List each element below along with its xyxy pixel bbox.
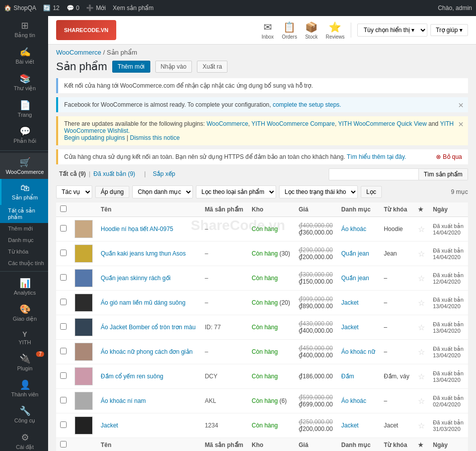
dismiss-notice-link[interactable]: Dismiss this notice [130,134,179,141]
product-name[interactable]: Quần jean skinny rách gối [101,275,170,282]
search-input[interactable] [329,168,419,180]
woocommerce-update-link[interactable]: WooCommerce [206,120,248,127]
select-all-checkbox[interactable] [60,205,67,212]
adminbar-view-product[interactable]: Xem sản phẩm [113,5,153,12]
category-link[interactable]: Quần jean [341,250,369,257]
sidebar-item-tools[interactable]: 🔧 Công cụ [0,401,48,428]
stock-btn[interactable]: 📦 Stock [305,21,318,40]
action-select[interactable]: Tác vụ Sửa Xóa [56,185,92,198]
sidebar-label: WooCommerce [6,169,44,175]
sidebar-item-comments[interactable]: 💬 Phản hồi [0,122,48,148]
orders-btn[interactable]: 📋 Orders [282,21,297,40]
product-name[interactable]: Đầm cổ yếm ren suông [101,373,163,380]
inbox-btn[interactable]: ✉ Inbox [262,21,274,40]
stock-select[interactable]: Lọc theo trạng thái kho [279,185,358,198]
product-name[interactable]: Áo gió nam liền mũ dáng suông [101,299,185,306]
th-img [71,202,97,217]
yith-compare-link[interactable]: YITH WooCommerce Compare [252,120,335,127]
sidebar-submenu-tags[interactable]: Từ khóa [0,246,48,258]
row-checkbox[interactable] [60,225,67,232]
sidebar-submenu-categories[interactable]: Danh mục [0,235,48,246]
category-link[interactable]: Áo khoác [341,397,366,404]
tf-sku: Mã sản phẩm [201,438,248,452]
row-checkbox[interactable] [60,421,67,428]
row-checkbox[interactable] [60,299,67,305]
sidebar-item-woocommerce[interactable]: 🛒 WooCommerce [0,153,48,179]
adminbar-new[interactable]: ➕ Mới [86,5,106,12]
sidebar-item-dashboard[interactable]: ⊞ Bảng tin [0,16,48,43]
add-product-button[interactable]: Thêm mới [112,61,150,73]
adminbar-updates[interactable]: 🔄 12 [43,5,59,12]
product-name[interactable]: Jacket [101,422,118,429]
sidebar-submenu-add-product[interactable]: Thêm mới [0,223,48,235]
adminbar-site[interactable]: 🏠 ShopQA [4,5,36,12]
sidebar-item-appearance[interactable]: 🎨 Giao diện [0,300,48,326]
sidebar-item-media[interactable]: 📚 Thư viện [0,69,48,96]
category-link[interactable]: Áo khoác nữ [341,348,375,355]
star-icon[interactable]: ☆ [418,348,425,356]
https-dismiss-btn[interactable]: ⊗ Bỏ qua [436,153,462,160]
product-sku: ID: 77 [201,315,248,340]
product-name[interactable]: Quần kaki jeans lưng thun Asos [101,250,186,257]
product-name[interactable]: Áo Jacket Bomber cổ tròn trơn màu [101,324,195,331]
https-learn-link[interactable]: Tìm hiểu thêm tại đây. [347,153,406,160]
sort-link[interactable]: Sắp xếp [150,169,178,178]
search-button[interactable]: Tìm sản phẩm [419,168,468,180]
category-link[interactable]: Quần jean [341,275,369,282]
category-link[interactable]: Áo khoác [341,225,366,233]
export-button[interactable]: Xuất ra [197,61,227,73]
sidebar-submenu-attributes[interactable]: Các thuộc tính [0,258,48,269]
sidebar-item-pages[interactable]: 📄 Trang [0,96,48,122]
star-icon[interactable]: ☆ [418,225,425,234]
sidebar-item-yith[interactable]: Y YITH [0,326,48,349]
star-icon[interactable]: ☆ [418,372,425,381]
filter-tab-published[interactable]: Đã xuất bản (9) [90,169,138,178]
display-options-dropdown[interactable]: Tùy chọn hiển thị ▾ [357,24,427,37]
star-icon[interactable]: ☆ [418,274,425,283]
fb-setup-link[interactable]: complete the setup steps. [273,101,341,108]
product-image [75,294,93,312]
product-price: ₫300,000.00₫150,000.00 [295,266,337,291]
help-button[interactable]: Trợ giúp ▾ [430,24,468,36]
type-select[interactable]: Lọc theo loại sản phẩm [196,185,276,198]
reviews-btn[interactable]: ⭐ Reviews [326,21,345,40]
star-icon[interactable]: ☆ [418,397,425,405]
category-select[interactable]: Chọn danh mục [132,185,193,198]
sidebar-item-settings[interactable]: ⚙ Cài đặt [0,428,48,451]
row-checkbox[interactable] [60,348,67,354]
sidebar-item-plugins[interactable]: 🔌 Plugin 7 [0,349,48,375]
category-link[interactable]: Jacket [341,422,359,429]
filter-button[interactable]: Lọc [361,186,382,198]
tf-star: ★ [414,438,429,452]
breadcrumb-parent[interactable]: WooCommerce [56,49,101,56]
apply-action-button[interactable]: Áp dụng [95,186,129,198]
adminbar-comments[interactable]: 💬 0 [67,5,80,12]
row-checkbox[interactable] [60,250,67,256]
sidebar-item-users[interactable]: 👤 Thành viên [0,375,48,401]
row-checkbox[interactable] [60,274,67,281]
star-icon[interactable]: ☆ [418,323,425,332]
category-link[interactable]: Đầm [341,373,354,380]
category-link[interactable]: Jacket [341,324,359,331]
filter-tab-all[interactable]: Tất cả (9) [56,169,89,178]
row-checkbox[interactable] [60,397,67,403]
star-icon[interactable]: ☆ [418,299,425,307]
sidebar-item-analytics[interactable]: 📊 Analytics [0,274,48,300]
product-name[interactable]: Hoodie ní họa tiết AN-0975 [101,225,173,233]
product-name[interactable]: Áo khoác ní nam [101,397,146,404]
category-link[interactable]: Jacket [341,299,359,306]
star-icon[interactable]: ☆ [418,421,425,430]
yith-quickview-link[interactable]: YITH WooCommerce Quick View [338,120,427,127]
select-all-bottom-checkbox[interactable] [60,441,67,447]
fb-notice-dismiss[interactable]: ✕ [458,101,464,109]
import-button[interactable]: Nhập vào [155,61,192,73]
product-name[interactable]: Áo khoác nữ phong cách đơn giản [101,348,192,355]
sidebar-item-products[interactable]: 🛍 Sản phẩm [0,179,48,205]
sidebar-submenu-all-products[interactable]: Tất cả sản phẩm [0,205,48,223]
begin-updating-link[interactable]: Begin updating plugins [64,134,125,141]
sidebar-item-posts[interactable]: ✍ Bài viết [0,43,48,69]
star-icon[interactable]: ☆ [418,250,425,258]
row-checkbox[interactable] [60,323,67,330]
row-checkbox[interactable] [60,372,67,379]
update-notice-dismiss[interactable]: ✕ [458,120,464,128]
